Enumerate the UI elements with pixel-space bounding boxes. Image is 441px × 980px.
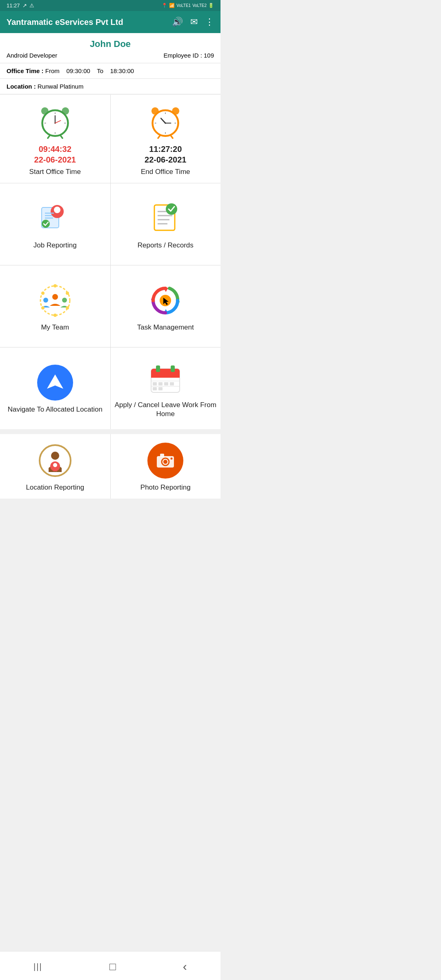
end-time: 11:27:20 22-06-2021 bbox=[145, 144, 186, 165]
svg-rect-76 bbox=[160, 454, 164, 457]
svg-point-42 bbox=[62, 298, 67, 303]
profile-info: Android Developer Employee ID : 109 bbox=[7, 52, 214, 59]
main-grid: 09:44:32 22-06-2021 Start Office Time bbox=[0, 95, 220, 429]
lte2-icon: VoLTE2 bbox=[192, 3, 207, 8]
svg-point-41 bbox=[43, 298, 48, 303]
office-time-label: Office Time : bbox=[7, 67, 45, 74]
office-time-to-value: 18:30:00 bbox=[110, 67, 134, 74]
antenna-icon: ↗ bbox=[22, 2, 27, 9]
svg-point-29 bbox=[42, 220, 50, 228]
photo-reporting-tile[interactable]: Photo Reporting bbox=[111, 434, 221, 499]
photo-reporting-icon bbox=[147, 442, 184, 479]
svg-point-48 bbox=[41, 292, 45, 295]
end-office-tile[interactable]: 11:27:20 22-06-2021 End Office Time bbox=[111, 95, 221, 183]
svg-point-43 bbox=[53, 284, 57, 287]
svg-point-75 bbox=[163, 460, 167, 464]
app-title: Yantramatic eServices Pvt Ltd bbox=[7, 18, 172, 27]
svg-rect-66 bbox=[170, 382, 174, 385]
task-management-tile[interactable]: Task Management bbox=[111, 265, 221, 347]
location-reporting-icon bbox=[37, 442, 74, 479]
svg-rect-68 bbox=[158, 387, 163, 390]
navigate-location-label: Navigate To Allocated Location bbox=[8, 405, 102, 414]
job-reporting-tile[interactable]: Job Reporting bbox=[0, 183, 110, 265]
svg-point-44 bbox=[66, 292, 69, 295]
svg-rect-65 bbox=[164, 382, 168, 385]
svg-rect-58 bbox=[151, 374, 180, 378]
location-label: Location : bbox=[7, 83, 38, 90]
svg-point-46 bbox=[53, 314, 57, 317]
svg-rect-64 bbox=[158, 382, 163, 385]
svg-point-72 bbox=[53, 463, 57, 467]
mail-icon[interactable]: ✉ bbox=[190, 17, 198, 27]
app-header: Yantramatic eServices Pvt Ltd 🔊 ✉ ⋮ bbox=[0, 11, 220, 33]
navigate-location-icon bbox=[37, 364, 74, 401]
apply-leave-label: Apply / Cancel Leave Work From Home bbox=[115, 401, 217, 419]
my-team-tile[interactable]: My Team bbox=[0, 265, 110, 347]
photo-reporting-label: Photo Reporting bbox=[140, 483, 191, 492]
svg-line-24 bbox=[158, 135, 160, 138]
task-management-label: Task Management bbox=[137, 323, 194, 332]
status-bar: 11:27 ↗ ⚠ 📍 📶 VoLTE1 VoLTE2 🔋 bbox=[0, 0, 220, 11]
start-clock-icon bbox=[37, 103, 74, 140]
battery-icon: 🔋 bbox=[208, 3, 214, 8]
status-time: 11:27 bbox=[7, 2, 20, 9]
profile-name: John Doe bbox=[7, 39, 214, 49]
reports-records-label: Reports / Records bbox=[138, 241, 194, 250]
svg-point-70 bbox=[51, 452, 59, 460]
navigate-location-tile[interactable]: Navigate To Allocated Location bbox=[0, 347, 110, 429]
apply-leave-tile[interactable]: Apply / Cancel Leave Work From Home bbox=[111, 347, 221, 429]
job-reporting-icon bbox=[37, 200, 74, 237]
svg-point-47 bbox=[41, 306, 45, 310]
header-icons: 🔊 ✉ ⋮ bbox=[172, 17, 214, 27]
status-left: 11:27 ↗ ⚠ bbox=[7, 2, 34, 9]
svg-point-45 bbox=[66, 306, 69, 310]
wifi-icon: 📶 bbox=[169, 3, 175, 8]
camera-orange-circle bbox=[147, 443, 183, 479]
svg-rect-67 bbox=[153, 387, 157, 390]
job-reporting-label: Job Reporting bbox=[33, 241, 77, 250]
location-reporting-label: Location Reporting bbox=[26, 483, 84, 492]
reports-records-tile[interactable]: Reports / Records bbox=[111, 183, 221, 265]
office-time-from-value: 09:30:00 bbox=[66, 67, 90, 74]
profile-employee-id: Employee ID : 109 bbox=[164, 52, 214, 59]
lte1-icon: VoLTE1 bbox=[176, 3, 191, 8]
location-reporting-tile[interactable]: Location Reporting bbox=[0, 434, 110, 499]
more-icon[interactable]: ⋮ bbox=[205, 17, 214, 27]
reports-records-icon bbox=[147, 200, 184, 237]
svg-point-40 bbox=[52, 294, 58, 300]
office-time-from-label: From bbox=[45, 67, 60, 74]
apply-leave-icon bbox=[147, 360, 184, 396]
start-office-label: Start Office Time bbox=[29, 167, 81, 176]
my-team-label: My Team bbox=[41, 323, 69, 332]
navigate-blue-circle bbox=[37, 365, 73, 401]
bottom-row: Location Reporting Photo Reporting bbox=[0, 434, 220, 499]
svg-line-12 bbox=[60, 135, 62, 138]
status-right: 📍 📶 VoLTE1 VoLTE2 🔋 bbox=[162, 3, 214, 8]
svg-marker-55 bbox=[47, 374, 63, 389]
svg-rect-59 bbox=[156, 365, 160, 372]
alert-icon: ⚠ bbox=[29, 2, 34, 9]
svg-line-25 bbox=[171, 135, 173, 138]
svg-point-38 bbox=[166, 203, 177, 215]
svg-line-11 bbox=[48, 135, 50, 138]
profile-section: John Doe Android Developer Employee ID :… bbox=[0, 33, 220, 63]
my-team-icon bbox=[37, 282, 74, 319]
svg-point-77 bbox=[171, 458, 173, 460]
svg-rect-63 bbox=[153, 382, 157, 385]
office-location-row: Location : Runwal Platinum bbox=[0, 79, 220, 94]
start-office-tile[interactable]: 09:44:32 22-06-2021 Start Office Time bbox=[0, 95, 110, 183]
end-clock-icon bbox=[147, 103, 184, 140]
location-status-icon: 📍 bbox=[162, 3, 167, 8]
end-office-label: End Office Time bbox=[141, 167, 190, 176]
svg-point-28 bbox=[54, 207, 60, 213]
start-time: 09:44:32 22-06-2021 bbox=[34, 144, 76, 165]
office-time-to-label: To bbox=[97, 67, 103, 74]
location-value: Runwal Platinum bbox=[38, 83, 84, 90]
profile-role: Android Developer bbox=[7, 52, 57, 59]
svg-rect-60 bbox=[171, 365, 175, 372]
speaker-icon[interactable]: 🔊 bbox=[172, 17, 183, 27]
office-time-row: Office Time : From 09:30:00 To 18:30:00 bbox=[0, 63, 220, 79]
task-management-icon bbox=[147, 282, 184, 319]
